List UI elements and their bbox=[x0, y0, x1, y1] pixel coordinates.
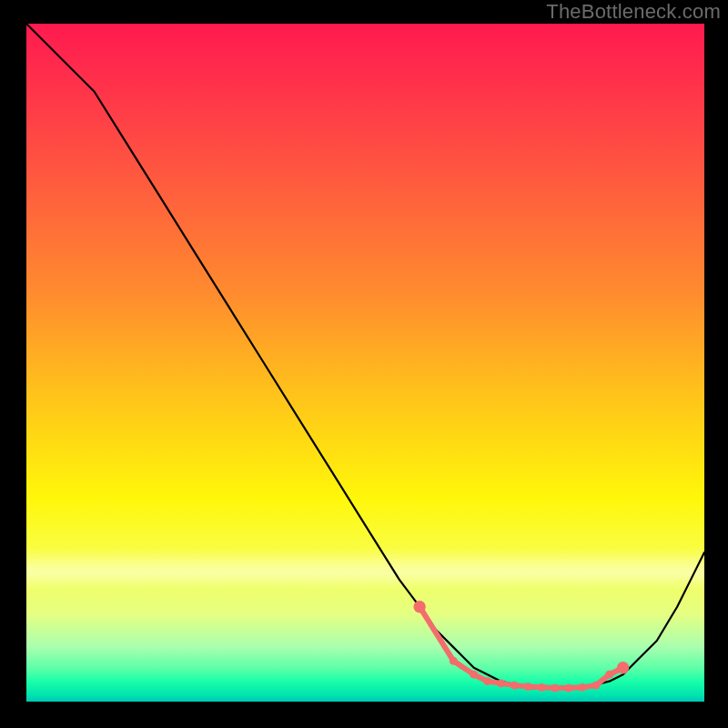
marker-point bbox=[538, 683, 546, 692]
chart-stage: TheBottleneck.com bbox=[0, 0, 728, 728]
watermark-text: TheBottleneck.com bbox=[546, 0, 721, 24]
marker-point bbox=[565, 684, 573, 693]
marker-point bbox=[605, 671, 613, 679]
plot-area bbox=[26, 24, 704, 702]
curve-svg bbox=[26, 24, 704, 702]
marker-point bbox=[617, 662, 629, 673]
marker-connector-line bbox=[420, 607, 622, 688]
marker-point bbox=[551, 684, 560, 693]
bottleneck-curve bbox=[26, 24, 704, 688]
marker-point bbox=[497, 679, 505, 687]
marker-point bbox=[413, 601, 425, 612]
marker-point bbox=[470, 671, 478, 679]
marker-point bbox=[578, 683, 586, 692]
marker-point bbox=[483, 677, 491, 685]
marker-point bbox=[450, 657, 458, 665]
marker-point bbox=[511, 682, 519, 690]
marker-point bbox=[592, 682, 600, 690]
marker-point bbox=[524, 682, 532, 691]
